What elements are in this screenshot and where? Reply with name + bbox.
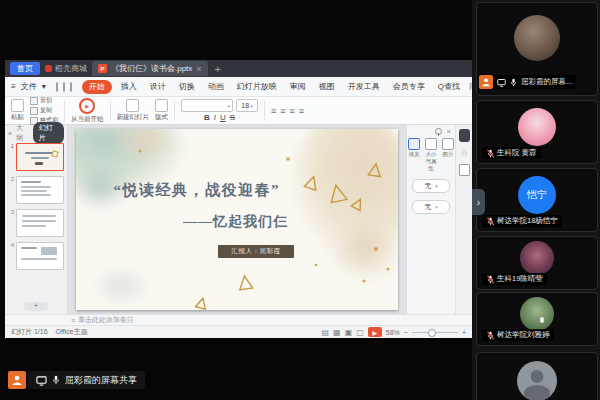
normal-view-icon[interactable]: ▤	[322, 328, 330, 337]
document-tab-title: 《我们仨》读书会.pptx	[111, 63, 192, 74]
new-slide-button[interactable]: 新建幻灯片	[117, 99, 150, 122]
participant-tile[interactable]: 恺宁 树达学院18杨恺宁	[476, 168, 598, 232]
divider	[110, 101, 111, 121]
wps-side-icon-strip: ☆	[455, 125, 472, 314]
props-tab-size[interactable]: 大小与属性	[424, 138, 438, 172]
screen-share-icon	[497, 78, 506, 87]
participant-tile[interactable]: 树达学院刘雅婷	[476, 292, 598, 346]
align-justify-button[interactable]: ≡	[299, 106, 304, 116]
zoom-out-button[interactable]: −	[404, 329, 408, 336]
wps-home-button[interactable]: 首页	[10, 62, 40, 75]
zoom-in-button[interactable]: +	[462, 329, 466, 336]
menu-tab-transition[interactable]: 切换	[175, 80, 199, 93]
bold-button[interactable]: B	[204, 113, 210, 122]
menu-tab-slideshow[interactable]: 幻灯片放映	[233, 80, 281, 93]
participant-name: 树达学院18杨恺宁	[497, 216, 558, 226]
skin-icon[interactable]	[459, 129, 470, 142]
star-icon[interactable]: ☆	[460, 148, 468, 158]
alignment-group: ≡ ≡ ≡ ≡	[271, 106, 304, 116]
slide-canvas[interactable]: “悦读经典，战役迎春” ——忆起我们仨 汇报人：屈彩霞	[68, 125, 406, 314]
layout-button[interactable]: 版式	[155, 99, 168, 122]
thumbnail-row[interactable]: 3	[7, 209, 65, 237]
props-tab-fill[interactable]: 填充	[407, 138, 421, 158]
menu-tab-home[interactable]: 开始	[82, 80, 112, 94]
notes-bar[interactable]: ≡ 单击此处添加备注	[5, 314, 472, 325]
print-icon[interactable]	[63, 82, 65, 92]
fill-outline-icon	[408, 138, 420, 150]
current-slide[interactable]: “悦读经典，战役迎春” ——忆起我们仨 汇报人：屈彩霞	[76, 129, 398, 310]
notes-view-icon[interactable]: ▢	[356, 328, 364, 337]
participant-tile[interactable]: 生科院 黄蓉	[476, 100, 598, 164]
divider	[64, 101, 65, 121]
line-dropdown[interactable]: 无 ▾	[412, 200, 450, 214]
menu-tab-member[interactable]: 会员专享	[389, 80, 429, 93]
muted-mic-icon	[486, 275, 495, 284]
slideshow-play-button[interactable]: ▶	[368, 327, 382, 337]
participant-tile-presenter[interactable]: 屈彩霞的屏幕...	[476, 2, 598, 96]
wps-tab-bar: 首页 稻壳商城 P 《我们仨》读书会.pptx × +	[5, 60, 472, 77]
screen-share-icon	[36, 375, 47, 386]
undo-icon[interactable]	[70, 82, 72, 92]
slide-3-thumbnail[interactable]	[16, 209, 64, 237]
save-icon[interactable]	[56, 82, 58, 92]
slide-4-thumbnail[interactable]	[16, 242, 64, 270]
zoom-slider-knob[interactable]	[428, 329, 436, 337]
thumbnail-row[interactable]: 2	[7, 176, 65, 204]
new-tab-button[interactable]: +	[215, 63, 221, 75]
file-menu-caret[interactable]: ▾	[42, 82, 46, 91]
menu-tab-design[interactable]: 设计	[146, 80, 170, 93]
font-size-select[interactable]: 18▾	[236, 99, 258, 112]
document-tab[interactable]: P 《我们仨》读书会.pptx ×	[92, 61, 208, 76]
reading-view-icon[interactable]: ▣	[345, 328, 353, 337]
fill-dropdown[interactable]: 无 ▾	[412, 179, 450, 193]
panel-collapse-arrow[interactable]: ›	[472, 189, 485, 215]
paste-button[interactable]: 粘贴	[11, 99, 24, 122]
align-center-button[interactable]: ≡	[280, 106, 285, 116]
menu-search[interactable]: Q查找	[434, 80, 464, 93]
thumbnail-row[interactable]: 4	[7, 242, 65, 270]
italic-button[interactable]: I	[214, 113, 216, 122]
thumbnail-row[interactable]: 1	[7, 143, 65, 171]
align-right-button[interactable]: ≡	[290, 106, 295, 116]
props-tab-picture[interactable]: 图片	[441, 138, 455, 158]
menu-tab-view[interactable]: 视图	[315, 80, 339, 93]
cut-button[interactable]: 剪切	[30, 96, 58, 105]
play-from-current-button[interactable]: ▶ 从当前开始	[71, 98, 104, 124]
screen-share-indicator[interactable]: 屈彩霞的屏幕共享	[8, 371, 145, 389]
wps-store-tab[interactable]: 稻壳商城	[45, 63, 87, 74]
slide-2-thumbnail[interactable]	[16, 176, 64, 204]
new-slide-icon	[126, 99, 139, 112]
status-bar: 幻灯片 1/16 Office主题 ▤ ▦ ▣ ▢ ▶ 58% − +	[5, 325, 472, 338]
slide-1-thumbnail[interactable]	[16, 143, 64, 171]
pin-icon[interactable]	[435, 128, 442, 135]
participant-tile[interactable]	[476, 352, 598, 400]
outline-tab[interactable]: 大纲	[16, 123, 29, 143]
zoom-percent[interactable]: 58%	[386, 329, 400, 336]
menu-tab-review[interactable]: 审阅	[286, 80, 310, 93]
menu-tab-devtools[interactable]: 开发工具	[344, 80, 384, 93]
hamburger-icon[interactable]: ≡	[11, 82, 16, 91]
layout-icon	[155, 99, 168, 112]
props-header: ×	[407, 127, 455, 135]
theme-name: Office主题	[56, 327, 88, 337]
tab-close-icon[interactable]: ×	[196, 64, 201, 74]
slide-sorter-icon[interactable]: ▦	[333, 328, 341, 337]
divider	[174, 101, 175, 121]
muted-mic-icon	[486, 217, 495, 226]
panel-collapse-icon[interactable]: «	[8, 130, 12, 137]
font-name-select[interactable]: ▾	[181, 99, 233, 112]
participant-name: 屈彩霞的屏幕...	[521, 77, 572, 87]
close-panel-icon[interactable]: ×	[446, 129, 451, 135]
zoom-slider[interactable]	[412, 332, 458, 333]
file-menu[interactable]: 文件	[21, 81, 37, 92]
copy-button[interactable]: 复制	[30, 106, 58, 115]
document-panel-icon[interactable]	[459, 164, 470, 176]
participant-tile[interactable]: 生科19陈晴莹	[476, 236, 598, 290]
add-slide-button[interactable]: +	[24, 302, 48, 311]
strikethrough-button[interactable]: S	[230, 113, 235, 122]
align-left-button[interactable]: ≡	[271, 106, 276, 116]
underline-button[interactable]: U	[220, 113, 226, 122]
avatar-default	[517, 361, 557, 400]
menu-tab-animation[interactable]: 动画	[204, 80, 228, 93]
menu-tab-insert[interactable]: 插入	[117, 80, 141, 93]
